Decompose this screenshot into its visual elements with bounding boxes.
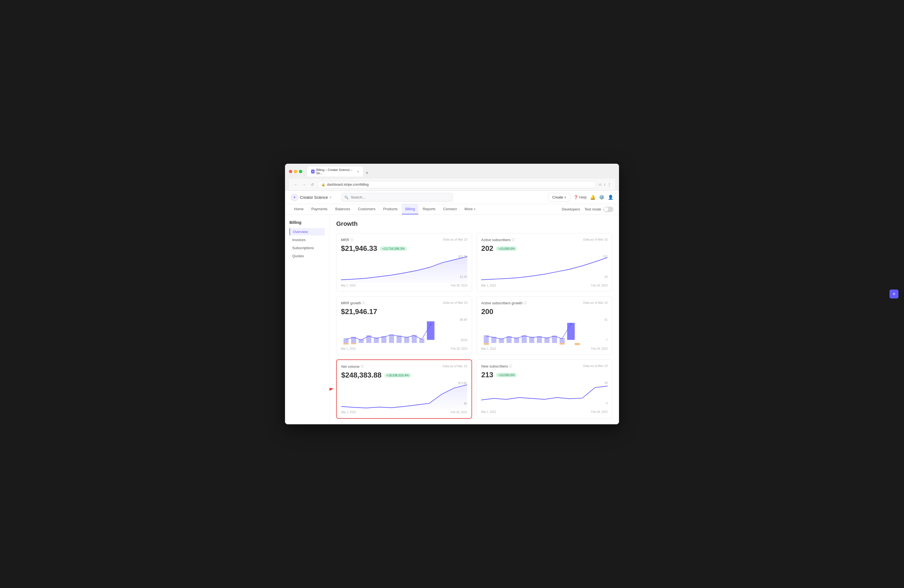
new-subscribers-badge: +10,550.0% xyxy=(496,373,517,377)
brand-chevron-icon: ∨ xyxy=(330,196,332,199)
help-button[interactable]: ❓ Help xyxy=(574,195,587,199)
active-subscribers-x-left: Mar 1, 2022 xyxy=(481,284,496,287)
nav-balances[interactable]: Balances xyxy=(332,204,354,214)
net-volume-y-bottom: $0 xyxy=(464,402,467,405)
url-text: dashboard.stripe.com/billing xyxy=(327,183,368,187)
nav-billing[interactable]: Billing xyxy=(402,204,418,214)
page-title: Growth xyxy=(336,220,612,228)
mrr-growth-chart: $6.6K xyxy=(341,318,467,346)
notifications-icon[interactable]: 🔔 xyxy=(590,194,596,200)
metric-value-mrr: $21,946.33 +13,716,356.3% xyxy=(341,244,467,253)
sidebar-item-invoices[interactable]: Invoices xyxy=(289,236,325,243)
header-actions: Create ∨ ❓ Help 🔔 ⚙️ 👤 xyxy=(548,193,613,202)
metric-label-new-subscribers: New subscribers ⓘ xyxy=(481,364,512,368)
nav-home[interactable]: Home xyxy=(291,204,307,214)
new-subscribers-line-chart xyxy=(481,381,608,409)
nav-customers-label: Customers xyxy=(358,207,375,211)
traffic-lights xyxy=(289,170,302,173)
close-traffic-light[interactable] xyxy=(289,170,292,173)
new-subscribers-data-as-of: Data as of Mar 10 xyxy=(583,364,608,368)
tab-close-button[interactable]: ✕ xyxy=(357,170,359,173)
metric-card-active-subscribers: Active subscribers ⓘ Data as of Mar 10 2… xyxy=(476,233,612,292)
nav-products-label: Products xyxy=(383,207,397,211)
create-button-label: Create xyxy=(552,195,563,199)
new-subscribers-chart: 49 0 xyxy=(481,381,608,409)
user-avatar[interactable]: 👤 xyxy=(608,194,613,200)
more-browser-options[interactable]: ⋮ xyxy=(607,182,611,187)
active-subscribers-growth-chart: 51 xyxy=(481,318,608,346)
nav-customers[interactable]: Customers xyxy=(355,204,379,214)
metrics-grid: MRR ⓘ Data as of Mar 10 $21,946.33 +13,7… xyxy=(336,233,612,419)
active-subscribers-growth-info-icon[interactable]: ⓘ xyxy=(523,301,526,305)
net-volume-chart: $73.8K $0 xyxy=(341,382,467,409)
stripe-app: ✦ Creator Science ∨ 🔍 Create ∨ ❓ Help 🔔 xyxy=(285,191,619,424)
metric-value-active-subscribers: 202 +10,000.0% xyxy=(481,244,608,253)
reload-button[interactable]: ↺ xyxy=(310,182,315,187)
nav-balances-label: Balances xyxy=(335,207,350,211)
brand-logo[interactable]: ✦ Creator Science ∨ xyxy=(291,193,332,201)
active-subscribers-line-chart xyxy=(481,255,608,283)
create-chevron-icon: ∨ xyxy=(564,196,566,199)
nav-products[interactable]: Products xyxy=(380,204,401,214)
search-input[interactable] xyxy=(341,193,453,202)
address-bar[interactable]: 🔒 dashboard.stripe.com/billing xyxy=(317,181,596,188)
help-icon: ❓ xyxy=(574,195,578,199)
metric-card-mrr-growth: MRR growth ⓘ Data as of Mar 10 $21,946.1… xyxy=(336,296,472,355)
share-icon[interactable]: ↑ xyxy=(604,182,605,187)
developers-button[interactable]: Developers xyxy=(562,207,580,211)
active-tab[interactable]: S Billing – Creator Science – Str... ✕ xyxy=(307,166,363,177)
maximize-traffic-light[interactable] xyxy=(299,170,302,173)
mrr-y-bottom: $1.5K xyxy=(460,275,467,278)
active-subscribers-growth-bar-chart xyxy=(481,318,608,346)
test-mode-switch[interactable] xyxy=(604,207,613,212)
active-subscribers-info-icon[interactable]: ⓘ xyxy=(512,238,515,242)
lock-icon: 🔒 xyxy=(321,183,326,187)
browser-controls: S Billing – Creator Science – Str... ✕ + xyxy=(289,166,615,177)
mrr-chart: $21.9K $1.5K xyxy=(341,255,467,283)
back-button[interactable]: ← xyxy=(293,182,299,187)
sidebar-item-overview[interactable]: Overview xyxy=(289,228,325,236)
mrr-growth-info-icon[interactable]: ⓘ xyxy=(362,301,365,305)
forward-button[interactable]: → xyxy=(301,182,307,187)
new-tab-button[interactable]: + xyxy=(363,169,370,177)
nav-more[interactable]: More ∨ xyxy=(461,204,479,214)
tab-bar: S Billing – Creator Science – Str... ✕ + xyxy=(307,166,370,177)
browser-nav: ← → ↺ 🔒 dashboard.stripe.com/billing ☆ ↑… xyxy=(289,179,615,191)
settings-icon[interactable]: ⚙️ xyxy=(599,194,605,200)
sidebar-item-quotes[interactable]: Quotes xyxy=(289,252,325,260)
sidebar-item-subscriptions[interactable]: Subscriptions xyxy=(289,244,325,252)
svg-rect-31 xyxy=(575,343,580,345)
nav-reports-label: Reports xyxy=(423,207,436,211)
nav-reports[interactable]: Reports xyxy=(419,204,439,214)
minimize-traffic-light[interactable] xyxy=(294,170,297,173)
bookmarks-icon[interactable]: ☆ xyxy=(598,182,602,187)
nav-payments[interactable]: Payments xyxy=(308,204,331,214)
create-button[interactable]: Create ∨ xyxy=(548,193,570,202)
mrr-growth-y-bottom: -$150 xyxy=(460,338,467,341)
main-navigation: Home Payments Balances Customers Product… xyxy=(285,204,619,215)
nav-connect-label: Connect xyxy=(443,207,457,211)
svg-rect-29 xyxy=(484,343,489,345)
tab-title: Billing – Creator Science – Str... xyxy=(316,168,354,175)
svg-rect-15 xyxy=(351,343,356,344)
net-volume-badge: +18,536,010.4% xyxy=(384,373,411,378)
metric-label-active-subscribers-growth: Active subscribers growth ⓘ xyxy=(481,301,526,305)
nav-payments-label: Payments xyxy=(311,207,327,211)
mrr-growth-data-as-of: Data as of Mar 10 xyxy=(443,301,467,304)
sidebar-quotes-label: Quotes xyxy=(292,254,304,258)
nav-billing-label: Billing xyxy=(405,207,415,211)
nav-connect[interactable]: Connect xyxy=(440,204,460,214)
net-volume-x-right: Feb 28, 2023 xyxy=(450,411,467,414)
active-subscribers-chart-labels: Mar 1, 2022 Feb 28, 2023 xyxy=(481,284,608,287)
mrr-growth-y-top: $6.6K xyxy=(460,318,467,321)
metric-label-net-volume: Net volume ⓘ xyxy=(341,364,364,368)
active-subscribers-growth-x-right: Feb 28, 2023 xyxy=(591,347,608,350)
svg-rect-30 xyxy=(559,343,564,345)
new-subscribers-info-icon[interactable]: ⓘ xyxy=(509,364,512,368)
mrr-info-icon[interactable]: ⓘ xyxy=(351,238,354,242)
net-volume-info-icon[interactable]: ⓘ xyxy=(361,364,364,368)
new-subscribers-y-top: 49 xyxy=(605,381,608,384)
active-subscribers-x-right: Feb 28, 2023 xyxy=(591,284,608,287)
mrr-badge: +13,716,356.3% xyxy=(380,247,407,251)
svg-rect-14 xyxy=(343,343,348,345)
